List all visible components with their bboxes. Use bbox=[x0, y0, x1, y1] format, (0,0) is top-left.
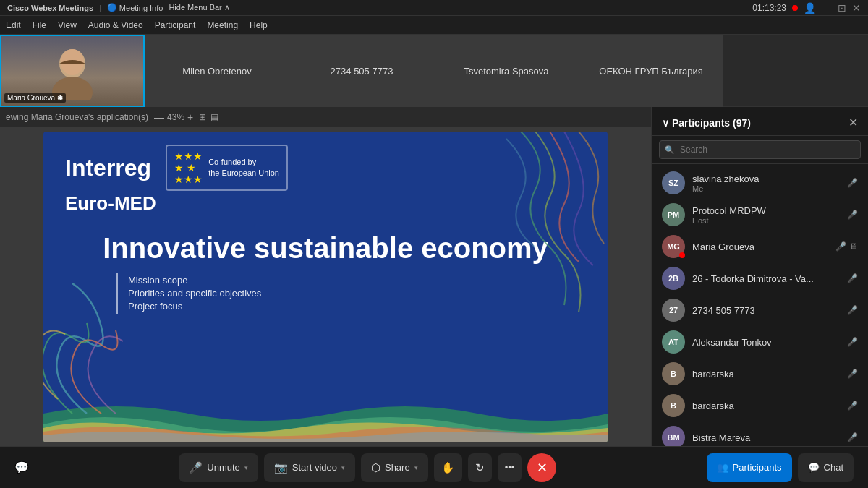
list-item[interactable]: AT Aleksandar Tonkov 🎤 bbox=[652, 326, 868, 358]
interreg-title: Interreg bbox=[65, 156, 151, 179]
slide: Interreg ★★★★ ★★★★ Co-funded by the Euro… bbox=[43, 132, 608, 442]
slide-bullet-2: Project focus bbox=[128, 301, 261, 312]
avatar: BM bbox=[662, 426, 685, 446]
avatar: 27 bbox=[662, 299, 685, 322]
list-item[interactable]: BM Bistra Mareva 🎤 bbox=[652, 421, 868, 446]
list-item[interactable]: SZ slavina zhekova Me 🎤 bbox=[652, 167, 868, 199]
list-item[interactable]: 27 2734 505 7773 🎤 bbox=[652, 294, 868, 326]
menu-participant[interactable]: Participant bbox=[155, 20, 196, 30]
video-thumb-tsvetomira[interactable]: Tsvetomira Spasova bbox=[434, 35, 579, 107]
chevron-down-icon: ▾ bbox=[341, 464, 345, 471]
participant-role: Host bbox=[692, 216, 840, 225]
list-item[interactable]: PM Protocol MRDPW Host 🎤 bbox=[652, 199, 868, 231]
slide-bullet-1: Priorities and specific objectives bbox=[128, 288, 261, 299]
menu-meeting[interactable]: Meeting bbox=[207, 20, 238, 30]
presentation-area: ewing Maria Groueva's application(s) — 4… bbox=[0, 107, 651, 446]
participant-info: bardarska bbox=[692, 369, 840, 380]
participant-info: Bistra Mareva bbox=[692, 432, 840, 443]
menu-file[interactable]: File bbox=[33, 20, 46, 30]
search-input[interactable] bbox=[659, 140, 861, 159]
list-item[interactable]: MG Maria Groueva 🎤 🖥 bbox=[652, 231, 868, 262]
video-thumb-maria[interactable]: Maria Groueva ✱ bbox=[0, 35, 145, 107]
video-thumb-milen[interactable]: Milen Obretenov bbox=[145, 35, 289, 107]
timer: 01:13:23 bbox=[752, 3, 786, 13]
toolbar-left: 💬 bbox=[14, 461, 29, 474]
video-slash-icon: 📷 bbox=[274, 461, 288, 474]
chevron-down-icon: ▾ bbox=[414, 464, 418, 471]
chevron-down-icon: ▾ bbox=[244, 464, 248, 471]
more-icon: ••• bbox=[505, 462, 515, 473]
participant-actions: 🎤 bbox=[847, 305, 858, 315]
zoom-plus-button[interactable]: + bbox=[187, 111, 193, 123]
participant-actions: 🎤 🖥 bbox=[835, 241, 858, 252]
slide-bullet-0: Mission scope bbox=[128, 275, 261, 286]
menu-audio-video[interactable]: Audio & Video bbox=[88, 20, 143, 30]
menu-view[interactable]: View bbox=[58, 20, 77, 30]
video-thumb-phone[interactable]: 2734 505 7773 bbox=[289, 35, 434, 107]
app-title: Cisco Webex Meetings bbox=[7, 4, 93, 12]
slide-decoration-left bbox=[43, 269, 130, 414]
maria-label: Maria Groueva ✱ bbox=[4, 93, 66, 103]
presentation-toolbar: ewing Maria Groueva's application(s) — 4… bbox=[0, 107, 651, 127]
participant-name: 26 - Todorka Dimitrova - Va... bbox=[692, 273, 840, 284]
video-thumb-oekom[interactable]: ОЕКОН ГРУП България bbox=[579, 35, 723, 107]
list-item[interactable]: 2B 26 - Todorka Dimitrova - Va... 🎤 bbox=[652, 262, 868, 294]
layout-icon[interactable]: ▤ bbox=[210, 112, 218, 122]
end-call-button[interactable]: ✕ bbox=[527, 453, 556, 482]
raise-hand-button[interactable]: ✋ bbox=[434, 453, 462, 482]
participant-info: Aleksandar Tonkov bbox=[692, 337, 840, 348]
mic-icon: 🎤 bbox=[847, 273, 858, 283]
panel-close-button[interactable]: ✕ bbox=[848, 116, 858, 129]
participant-actions: 🎤 bbox=[847, 369, 858, 379]
participants-panel: ∨ Participants (97) ✕ 🔍 SZ slavina zheko… bbox=[651, 107, 868, 446]
menu-help[interactable]: Help bbox=[250, 20, 268, 30]
menu-edit[interactable]: Edit bbox=[6, 20, 21, 30]
mic-slash-icon: 🎤 bbox=[189, 461, 203, 474]
fullscreen-icon[interactable]: ⊞ bbox=[199, 112, 206, 122]
notifications-button[interactable]: 💬 bbox=[14, 461, 29, 474]
mic-icon: 🎤 bbox=[847, 210, 858, 220]
participants-list: SZ slavina zhekova Me 🎤 PM Protocol MRDP… bbox=[652, 164, 868, 446]
participant-info: bardarska bbox=[692, 401, 840, 411]
slide-bullets: Mission scope Priorities and specific ob… bbox=[116, 273, 261, 314]
hide-menubar-button[interactable]: Hide Menu Bar ∧ bbox=[169, 3, 229, 12]
tsvetomira-name: Tsvetomira Spasova bbox=[435, 36, 577, 106]
zoom-minus-button[interactable]: — bbox=[154, 111, 164, 123]
participant-actions: 🎤 bbox=[847, 178, 858, 188]
participant-actions: 🎤 bbox=[847, 432, 858, 442]
avatar: B bbox=[662, 362, 685, 385]
participant-name: Maria Groueva bbox=[692, 241, 828, 252]
mic-icon: 🎤 bbox=[847, 337, 858, 347]
more-button[interactable]: ••• bbox=[498, 453, 522, 482]
participant-info: Protocol MRDPW Host bbox=[692, 205, 840, 225]
list-item[interactable]: B bardarska 🎤 bbox=[652, 358, 868, 390]
recording-dot bbox=[792, 5, 798, 11]
participant-name: bardarska bbox=[692, 369, 840, 380]
share-button[interactable]: ⬡ Share ▾ bbox=[361, 453, 428, 482]
mic-icon: 🎤 bbox=[835, 241, 846, 252]
participant-info: slavina zhekova Me bbox=[692, 174, 840, 193]
mic-icon: 🎤 bbox=[847, 432, 858, 442]
eu-badge: ★★★★ ★★★★ Co-funded by the European Unio… bbox=[166, 145, 288, 191]
participant-name: slavina zhekova bbox=[692, 174, 840, 184]
mic-icon: 🎤 bbox=[847, 305, 858, 315]
top-bar-right: 01:13:23 👤 — ⊡ ✕ bbox=[752, 2, 861, 14]
sharing-dot bbox=[679, 252, 685, 258]
avatar: PM bbox=[662, 203, 685, 226]
participant-name: Bistra Mareva bbox=[692, 432, 840, 443]
list-item[interactable]: B bardarska 🎤 bbox=[652, 390, 868, 421]
meeting-info-button[interactable]: 🔵 Meeting Info bbox=[107, 3, 163, 12]
unmute-button[interactable]: 🎤 Unmute ▾ bbox=[179, 453, 258, 482]
avatar: B bbox=[662, 394, 685, 417]
avatar: AT bbox=[662, 330, 685, 354]
slide-decoration-right bbox=[463, 132, 608, 312]
participants-button[interactable]: 👥 Participants bbox=[707, 453, 792, 482]
eu-cofunded: Co-funded by bbox=[208, 157, 279, 167]
search-icon: 🔍 bbox=[665, 145, 675, 155]
mic-icon: 🎤 bbox=[847, 401, 858, 411]
chat-button[interactable]: 💬 Chat bbox=[798, 453, 854, 482]
toolbar-right: 👥 Participants 💬 Chat bbox=[707, 453, 854, 482]
reactions-button[interactable]: ↻ bbox=[468, 453, 492, 482]
start-video-button[interactable]: 📷 Start video ▾ bbox=[264, 453, 355, 482]
participant-info: 26 - Todorka Dimitrova - Va... bbox=[692, 273, 840, 284]
